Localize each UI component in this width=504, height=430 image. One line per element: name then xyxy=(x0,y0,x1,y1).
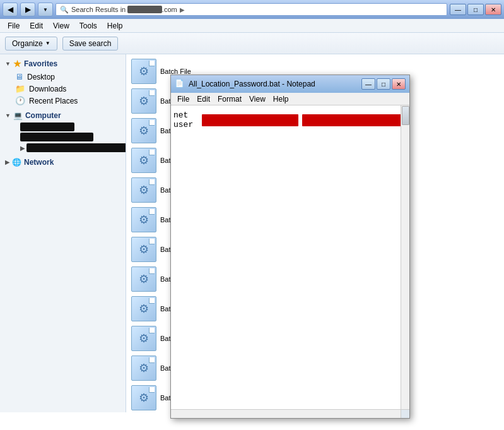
organize-arrow: ▼ xyxy=(45,40,50,46)
close-button[interactable]: ✕ xyxy=(485,4,501,15)
file-icon: ⚙ xyxy=(131,237,156,262)
gear-icon: ⚙ xyxy=(139,331,149,345)
blurred-sub3: ████████████████████3 xyxy=(26,143,126,152)
username-redacted: ████████████ xyxy=(202,114,299,126)
notepad-command-line: net user ████████████ ████████████ xyxy=(173,110,407,129)
gear-icon: ⚙ xyxy=(139,242,149,256)
file-icon: ⚙ xyxy=(131,266,156,292)
maximize-button[interactable]: □ xyxy=(467,4,484,15)
gear-icon: ⚙ xyxy=(139,272,149,286)
command-prefix: net user xyxy=(173,110,198,129)
file-icon: ⚙ xyxy=(131,118,156,143)
search-icon: 🔍 xyxy=(60,6,69,14)
gear-icon: ⚙ xyxy=(139,64,149,78)
notepad-close[interactable]: ✕ xyxy=(392,78,406,90)
computer-header[interactable]: ▼ 💻 Computer xyxy=(0,109,126,122)
address-arrow: ▶ xyxy=(180,6,185,13)
sidebar-item-downloads[interactable]: 📁 Downloads xyxy=(0,83,126,95)
np-menu-file[interactable]: File xyxy=(173,94,193,104)
notepad-menu: File Edit Format View Help xyxy=(171,93,409,105)
gear-icon: ⚙ xyxy=(139,361,149,375)
save-search-button[interactable]: Save search xyxy=(62,37,119,51)
desktop-icon: 🖥 xyxy=(15,72,23,81)
file-icon: ⚙ xyxy=(131,148,156,173)
sub1-text: ██████████ xyxy=(20,123,74,131)
address-text: Search Results in ███████.com xyxy=(71,6,177,13)
sidebar: ▼ ★ Favorites 🖥 Desktop 📁 Downloads 🕐 Re… xyxy=(0,54,126,412)
menu-tools[interactable]: Tools xyxy=(74,20,102,32)
sidebar-item-desktop[interactable]: 🖥 Desktop xyxy=(0,71,126,83)
recent-label: Recent Places xyxy=(29,97,78,105)
organize-label: Organize xyxy=(12,39,43,48)
sidebar-item-recent[interactable]: 🕐 Recent Places xyxy=(0,95,126,107)
recent-icon: 🕐 xyxy=(15,96,25,105)
network-arrow: ▶ xyxy=(5,159,9,165)
np-menu-format[interactable]: Format xyxy=(214,94,245,104)
gear-icon: ⚙ xyxy=(139,391,149,405)
file-icon: ⚙ xyxy=(131,296,156,321)
notepad-title-bar: 📄 All_Location_Password.bat - Notepad — … xyxy=(171,75,409,93)
blurred-sub2: █████████████:) xyxy=(20,133,93,141)
toolbar: Organize ▼ Save search xyxy=(0,33,504,54)
network-header[interactable]: ▶ 🌐 Network xyxy=(0,156,126,169)
network-section: ▶ 🌐 Network xyxy=(0,156,126,169)
file-icon: ⚙ xyxy=(131,355,156,381)
notepad-content: net user ████████████ ████████████ xyxy=(171,105,409,418)
favorites-star-icon: ★ xyxy=(13,59,21,69)
gear-icon: ⚙ xyxy=(139,302,149,316)
file-icon: ⚙ xyxy=(131,207,156,232)
notepad-title-text: All_Location_Password.bat - Notepad xyxy=(189,80,358,88)
file-icon: ⚙ xyxy=(131,385,156,410)
blurred-sub1: ██████████ xyxy=(20,122,74,131)
desktop-label: Desktop xyxy=(27,73,55,81)
downloads-icon: 📁 xyxy=(15,84,25,93)
gear-icon: ⚙ xyxy=(139,213,149,227)
gear-icon: ⚙ xyxy=(139,94,149,108)
menu-help[interactable]: Help xyxy=(102,20,128,32)
sidebar-item-sub3[interactable]: ▶ ████████████████████3 xyxy=(0,142,126,153)
sub2-text: █████████████:) xyxy=(20,133,93,141)
favorites-arrow: ▼ xyxy=(5,61,11,67)
scrollbar-thumb xyxy=(402,106,409,125)
password-redacted: ████████████ xyxy=(302,114,407,126)
network-icon: 🌐 xyxy=(12,158,21,167)
back-button[interactable]: ◀ xyxy=(3,3,18,16)
menu-edit[interactable]: Edit xyxy=(25,20,48,32)
notepad-minimize[interactable]: — xyxy=(361,78,375,90)
sub3-arrow: ▶ xyxy=(20,145,25,152)
notepad-maximize[interactable]: □ xyxy=(377,78,390,90)
organize-button[interactable]: Organize ▼ xyxy=(5,37,57,51)
file-icon: ⚙ xyxy=(131,59,156,84)
sidebar-item-sub2[interactable]: █████████████:) xyxy=(0,132,126,142)
save-search-label: Save search xyxy=(69,39,112,48)
file-icon: ⚙ xyxy=(131,326,156,351)
menu-view[interactable]: View xyxy=(48,20,74,32)
file-icon: ⚙ xyxy=(131,88,156,114)
favorites-header[interactable]: ▼ ★ Favorites xyxy=(0,57,126,71)
title-controls: — □ ✕ xyxy=(450,4,501,15)
title-bar: ◀ ▶ ▼ 🔍 Search Results in ███████.com ▶ … xyxy=(0,0,504,19)
np-menu-edit[interactable]: Edit xyxy=(193,94,214,104)
nav-dropdown[interactable]: ▼ xyxy=(38,3,53,16)
address-bar[interactable]: 🔍 Search Results in ███████.com ▶ xyxy=(56,3,447,16)
file-icon: ⚙ xyxy=(131,177,156,203)
notepad-scrollbar-v[interactable] xyxy=(401,105,409,409)
favorites-label: Favorites xyxy=(24,59,57,68)
np-menu-view[interactable]: View xyxy=(245,94,269,104)
notepad-icon: 📄 xyxy=(175,79,185,89)
downloads-label: Downloads xyxy=(29,85,66,93)
gear-icon: ⚙ xyxy=(139,153,149,167)
computer-section: ▼ 💻 Computer ██████████ █████████████:) … xyxy=(0,109,126,153)
sub3-text: ▶ ████████████████████3 xyxy=(20,143,126,152)
forward-button[interactable]: ▶ xyxy=(20,3,35,16)
menu-bar: File Edit View Tools Help xyxy=(0,19,504,33)
menu-file[interactable]: File xyxy=(3,20,25,32)
notepad-window: 📄 All_Location_Password.bat - Notepad — … xyxy=(170,75,410,419)
computer-label: Computer xyxy=(25,111,61,120)
network-label: Network xyxy=(24,158,54,167)
np-menu-help[interactable]: Help xyxy=(269,94,293,104)
notepad-scrollbar-h[interactable] xyxy=(171,409,401,418)
notepad-controls: — □ ✕ xyxy=(361,78,406,90)
minimize-button[interactable]: — xyxy=(450,4,466,15)
sidebar-item-sub1[interactable]: ██████████ xyxy=(0,122,126,132)
